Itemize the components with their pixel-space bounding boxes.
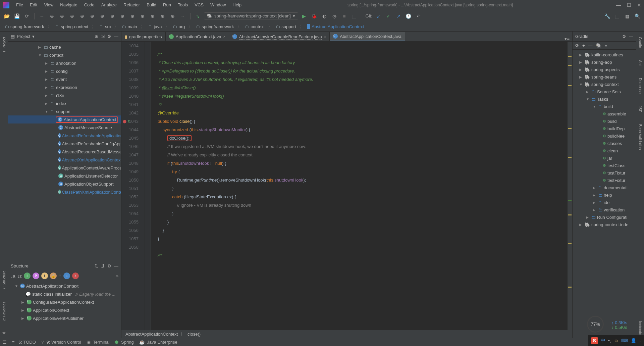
zoom-icon[interactable]: ⊕	[118, 12, 126, 20]
menu-code[interactable]: Code	[82, 1, 97, 9]
coverage-icon[interactable]: ◐	[320, 12, 328, 20]
line-gutter[interactable]: 1034103510361037103810391040104110421043…	[121, 42, 145, 330]
tab-gradle[interactable]: Gradle	[638, 34, 643, 51]
zoom-icon[interactable]: ⊕	[58, 12, 66, 20]
wrench-icon[interactable]: 🔧	[603, 12, 611, 20]
tab-project[interactable]: 1: Project	[1, 34, 7, 55]
tab-gradle[interactable]: ▮gradle.properties	[121, 32, 166, 41]
status-menu-icon[interactable]: ☰	[3, 340, 7, 345]
more-icon[interactable]: »	[116, 274, 118, 279]
zoom-icon[interactable]: ⊕	[98, 12, 106, 20]
bc-item[interactable]: 🗀context	[243, 23, 267, 30]
profile-icon[interactable]: ◷	[330, 12, 338, 20]
sort-icon[interactable]: ⇅	[95, 263, 98, 268]
crumb-method[interactable]: close()	[187, 332, 201, 337]
zoom-icon[interactable]: ⊕	[169, 12, 177, 20]
tree-node-selected[interactable]: CAbstractApplicationContext	[8, 115, 121, 123]
tab-database[interactable]: Database	[638, 75, 643, 96]
menu-tools[interactable]: Tools	[175, 1, 191, 9]
commit-icon[interactable]: ✓	[384, 12, 392, 20]
status-todo[interactable]: ≡ 6: TODO	[12, 340, 36, 345]
run-config-selector[interactable]: 🐘 spring-framework:spring-context [clean…	[204, 12, 298, 19]
close-icon[interactable]: ×	[223, 35, 225, 39]
sort-icon[interactable]: ⇵	[101, 263, 105, 268]
settings-icon[interactable]: ⬚	[613, 12, 621, 20]
debug-icon[interactable]: 🐞	[310, 12, 318, 20]
tray-icon[interactable]: ⌨	[621, 338, 628, 343]
menu-analyze[interactable]: Analyze	[99, 1, 119, 9]
bc-item[interactable]: 🗀java	[146, 23, 164, 30]
attach-icon[interactable]: ⬚	[351, 12, 359, 20]
sort-az-icon[interactable]: ↓a	[11, 274, 15, 279]
lambda-icon[interactable]: λ	[72, 273, 79, 279]
override-marker-icon[interactable]: ⬤	[123, 117, 126, 126]
zoom-icon[interactable]: ⊕	[139, 12, 147, 20]
hammer-icon[interactable]: ↘	[194, 12, 202, 20]
stop-icon[interactable]: ■	[340, 12, 348, 20]
interface-icon[interactable]: I	[24, 273, 31, 279]
close-icon[interactable]: ×	[324, 35, 326, 39]
cpu-gauge[interactable]: 77%	[587, 316, 604, 333]
status-terminal[interactable]: ▣ Terminal	[87, 340, 110, 345]
lock-icon[interactable]: 🔒	[50, 273, 57, 279]
rollback-icon[interactable]: ↶	[415, 12, 423, 20]
editor-scrollmap[interactable]	[568, 42, 572, 330]
crumb-class[interactable]: AbstractApplicationContext	[125, 332, 178, 337]
forward-icon[interactable]: →	[179, 12, 187, 20]
menu-file[interactable]: File	[13, 1, 26, 9]
bc-item[interactable]: 🗀spring-framework	[3, 23, 46, 30]
more-icon[interactable]: »	[605, 43, 607, 48]
zoom-icon[interactable]: ⊕	[149, 12, 157, 20]
field-icon[interactable]: f	[41, 273, 48, 279]
menu-vcs[interactable]: VCS	[192, 1, 206, 9]
bc-item[interactable]: 🗀springframework	[194, 23, 236, 30]
bc-item[interactable]: 🗀src	[97, 23, 113, 30]
bc-item[interactable]: 🗀org	[171, 23, 187, 30]
gradle-tree[interactable]: ▶🐘kotlin-coroutines ▶🐘spring-aop ▶🐘sprin…	[573, 50, 636, 338]
tab-structure[interactable]: 7: Structure	[1, 268, 7, 292]
override-icon[interactable]: ○	[63, 273, 70, 279]
close-icon[interactable]: ✕	[637, 2, 641, 8]
update-icon[interactable]: ↙	[374, 12, 382, 20]
zoom-icon[interactable]: ⊕	[48, 12, 56, 20]
gear-icon[interactable]: ⚙	[107, 263, 111, 268]
zoom-icon[interactable]: ⊕	[108, 12, 116, 20]
tray-icon[interactable]: 中	[601, 338, 605, 344]
chevron-down-icon[interactable]: ▾	[32, 34, 35, 39]
tray-icon[interactable]: •,	[608, 338, 611, 343]
menu-window[interactable]: Window	[208, 1, 228, 9]
history-icon[interactable]: 🕐	[405, 12, 413, 20]
collapse-icon[interactable]: —	[114, 34, 118, 39]
search-icon[interactable]: 🔍	[633, 12, 641, 20]
tray-icon[interactable]: ☺	[614, 338, 619, 343]
gear-icon[interactable]: ⚙	[107, 34, 111, 39]
project-tree[interactable]: ▶🗀cache ▼🗀context ▶🗀annotation ▶🗀config …	[8, 42, 121, 261]
reader-mode-icon[interactable]: ▾≡	[562, 36, 572, 41]
tab-favorites[interactable]: 2: Favorites	[1, 299, 7, 324]
menu-view[interactable]: View	[41, 1, 56, 9]
code-editor[interactable]: /** * Close this application context, de…	[151, 42, 568, 330]
menu-help[interactable]: Help	[230, 1, 244, 9]
run-icon[interactable]: ▶	[300, 12, 308, 20]
bc-item[interactable]: 🗀support	[274, 23, 298, 30]
save-icon[interactable]: 💾	[13, 12, 21, 20]
tray-icon[interactable]: ↓	[639, 338, 641, 343]
menu-run[interactable]: Run	[160, 1, 174, 9]
zoom-icon[interactable]: ⊕	[78, 12, 86, 20]
target-icon[interactable]: ⊕	[95, 34, 98, 39]
zoom-icon[interactable]: ⊕	[159, 12, 167, 20]
bc-item[interactable]: CAbstractApplicationContext	[305, 23, 366, 30]
menu-navigate[interactable]: Navigate	[57, 1, 80, 9]
tab-abstractautowire[interactable]: CAbstractAutowireCapableBeanFactory.java…	[229, 32, 330, 41]
open-icon[interactable]: 📂	[3, 12, 11, 20]
add-icon[interactable]: +	[582, 43, 585, 48]
minimize-icon[interactable]: —	[616, 2, 621, 8]
branch-icon[interactable]: ⑂	[59, 274, 61, 279]
tab-appcontext[interactable]: IApplicationContext.java×	[166, 32, 229, 41]
bc-item[interactable]: 🗀spring-context	[53, 23, 90, 30]
remove-icon[interactable]: —	[588, 43, 593, 48]
menu-edit[interactable]: Edit	[27, 1, 40, 9]
tab-jsf[interactable]: JSF	[638, 103, 643, 115]
zoom-icon[interactable]: ⊕	[128, 12, 137, 20]
property-icon[interactable]: P	[33, 273, 39, 279]
